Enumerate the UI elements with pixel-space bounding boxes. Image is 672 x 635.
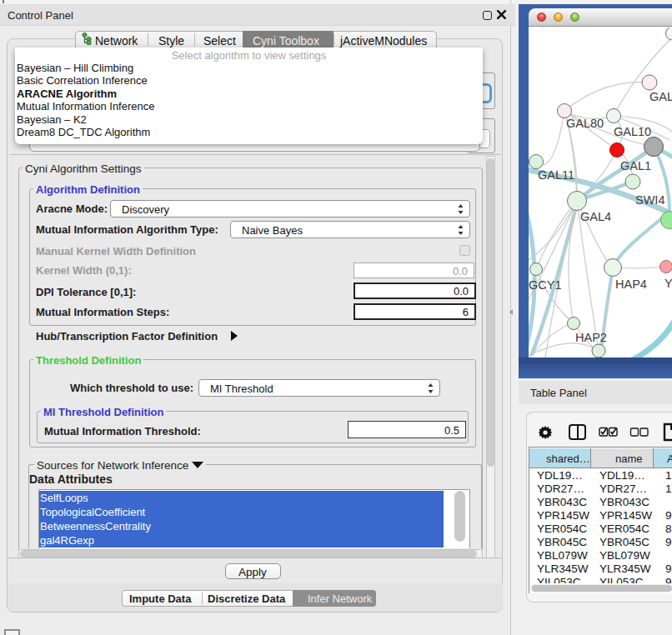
svg-text:Y: Y bbox=[664, 277, 672, 290]
svg-text:HAP2: HAP2 bbox=[575, 331, 607, 344]
svg-text:GAL1: GAL1 bbox=[620, 159, 651, 172]
svg-text:HAP4: HAP4 bbox=[615, 278, 647, 291]
svg-text:SWI4: SWI4 bbox=[635, 193, 664, 207]
svg-text:GAL10: GAL10 bbox=[614, 125, 651, 138]
svg-text:GAL: GAL bbox=[649, 90, 672, 103]
svg-text:GAL11: GAL11 bbox=[538, 168, 574, 182]
svg-text:GAL4: GAL4 bbox=[580, 210, 611, 223]
svg-text:GAL80: GAL80 bbox=[566, 117, 604, 130]
svg-text:GCY1: GCY1 bbox=[529, 278, 562, 292]
